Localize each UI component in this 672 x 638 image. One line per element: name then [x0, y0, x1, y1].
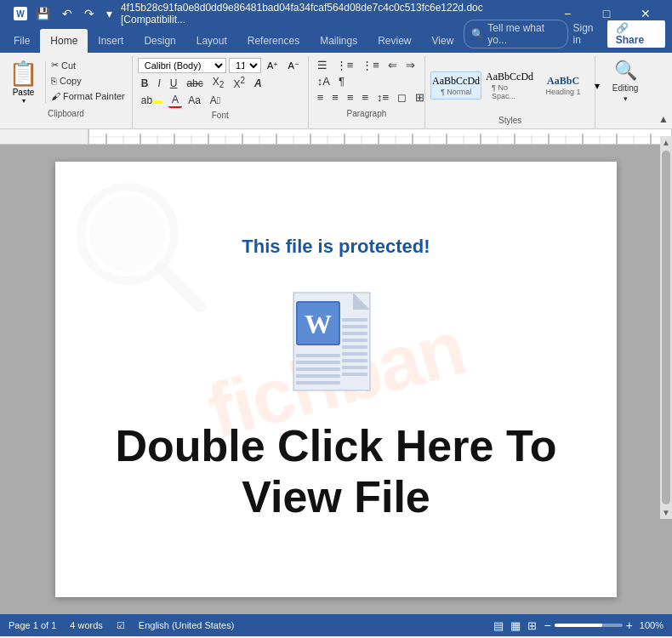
- highlight-color-button[interactable]: ab▬: [138, 94, 166, 107]
- vertical-scrollbar[interactable]: ▲ ▼: [660, 145, 672, 519]
- save-quick-btn[interactable]: 💾: [32, 5, 54, 22]
- grow-font-button[interactable]: A⁺: [264, 60, 282, 72]
- page-status: Page 1 of 1: [9, 620, 56, 630]
- print-view-button[interactable]: ▦: [510, 619, 521, 632]
- ribbon-content: 📋 Paste ▾ ✂ Cut ⎘ Copy 🖌 Format Painter: [0, 53, 672, 129]
- style-heading1[interactable]: AaBbC Heading 1: [538, 71, 589, 100]
- copy-button[interactable]: ⎘ Copy: [48, 74, 128, 88]
- svg-rect-52: [296, 354, 340, 357]
- tab-layout[interactable]: Layout: [186, 29, 237, 53]
- align-left-button[interactable]: ≡: [314, 90, 327, 105]
- paste-button[interactable]: 📋 Paste ▾: [3, 58, 43, 106]
- tab-review[interactable]: Review: [367, 29, 421, 53]
- svg-rect-40: [342, 318, 367, 322]
- style-nospace[interactable]: AaBbCcDd ¶ No Spac...: [484, 67, 535, 104]
- svg-rect-45: [342, 352, 367, 356]
- word-count: 4 words: [70, 620, 103, 630]
- paste-icon: 📋: [9, 60, 38, 88]
- align-right-button[interactable]: ≡: [344, 90, 357, 105]
- style-nospace-preview: AaBbCcDd: [486, 71, 533, 83]
- underline-button[interactable]: U: [167, 77, 181, 90]
- ribbon-collapse-button[interactable]: ▲: [655, 56, 672, 128]
- svg-rect-53: [296, 361, 340, 364]
- italic-button[interactable]: I: [154, 77, 163, 90]
- format-painter-icon: 🖌: [51, 91, 60, 101]
- search-icon: 🔍: [471, 28, 484, 40]
- styles-group: AaBbCcDd ¶ Normal AaBbCcDd ¶ No Spac... …: [425, 56, 595, 128]
- customize-quick-btn[interactable]: ▾: [103, 5, 116, 22]
- multilevel-button[interactable]: ⋮≡: [358, 58, 383, 72]
- align-center-button[interactable]: ≡: [328, 90, 342, 105]
- cut-button[interactable]: ✂ Cut: [48, 58, 128, 72]
- svg-rect-55: [296, 374, 340, 378]
- format-painter-button[interactable]: 🖌 Format Painter: [48, 89, 128, 103]
- redo-quick-btn[interactable]: ↷: [81, 5, 98, 22]
- zoom-slider-fill: [555, 624, 602, 627]
- clipboard-group: 📋 Paste ▾ ✂ Cut ⎘ Copy 🖌 Format Painter: [0, 56, 133, 128]
- word-file-icon: W: [281, 276, 391, 403]
- tab-view[interactable]: View: [422, 29, 464, 53]
- svg-rect-46: [342, 359, 367, 362]
- svg-rect-48: [342, 373, 367, 376]
- increase-indent-button[interactable]: ⇒: [402, 58, 419, 72]
- decrease-indent-button[interactable]: ⇐: [384, 58, 401, 72]
- zoom-in-button[interactable]: +: [626, 618, 633, 632]
- justify-button[interactable]: ≡: [359, 90, 373, 105]
- web-view-button[interactable]: ⊞: [527, 619, 537, 632]
- ruler-inner: [88, 129, 672, 145]
- svg-text:W: W: [305, 309, 332, 339]
- status-right: ▤ ▦ ⊞ − + 100%: [493, 618, 663, 632]
- tab-design[interactable]: Design: [134, 29, 185, 53]
- tab-file[interactable]: File: [3, 29, 40, 53]
- tab-insert[interactable]: Insert: [88, 29, 134, 53]
- bullets-button[interactable]: ☰: [314, 58, 331, 72]
- spell-check-icon[interactable]: ☑: [117, 620, 125, 631]
- word-icon-container: W: [276, 271, 396, 407]
- change-case-button[interactable]: Aa: [185, 94, 204, 107]
- font-group: Calibri (Body) 11 A⁺ A⁻ B I U abc X2 X2 …: [133, 56, 309, 128]
- document-page[interactable]: fichban This file is protected!: [55, 162, 617, 597]
- font-size-select[interactable]: 11: [229, 58, 261, 73]
- font-group-label: Font: [138, 108, 303, 122]
- style-normal[interactable]: AaBbCcDd ¶ Normal: [430, 71, 481, 100]
- word-app-icon: W: [14, 7, 27, 20]
- tell-me-label: Tell me what yo...: [487, 22, 560, 46]
- status-bar: Page 1 of 1 4 words ☑ English (United St…: [0, 614, 672, 636]
- language-status: English (United States): [139, 620, 235, 630]
- editing-button[interactable]: 🔍 Editing ▾: [607, 58, 644, 105]
- text-effects-button[interactable]: A: [251, 77, 265, 90]
- tell-me-input[interactable]: 🔍 Tell me what yo...: [464, 20, 567, 48]
- tab-home[interactable]: Home: [40, 29, 88, 53]
- numbering-button[interactable]: ⋮≡: [333, 58, 357, 72]
- svg-rect-56: [296, 381, 340, 385]
- sign-in-button[interactable]: Sign in: [573, 22, 602, 46]
- font-color-button[interactable]: A: [168, 93, 182, 108]
- zoom-out-button[interactable]: −: [544, 618, 550, 632]
- strikethrough-button[interactable]: abc: [183, 77, 206, 90]
- svg-rect-44: [342, 345, 367, 349]
- show-hide-button[interactable]: ¶: [335, 74, 348, 88]
- tab-mailings[interactable]: Mailings: [310, 29, 367, 53]
- bold-button[interactable]: B: [138, 77, 152, 90]
- tab-references[interactable]: References: [237, 29, 310, 53]
- svg-rect-43: [342, 339, 367, 342]
- zoom-slider[interactable]: [555, 624, 623, 627]
- subscript-button[interactable]: X2: [209, 75, 228, 90]
- clear-formatting-button[interactable]: A⃝: [207, 94, 224, 107]
- copy-icon: ⎘: [51, 76, 57, 86]
- read-view-button[interactable]: ▤: [493, 619, 504, 632]
- shrink-font-button[interactable]: A⁻: [284, 60, 302, 72]
- sort-button[interactable]: ↕A: [314, 74, 333, 88]
- undo-quick-btn[interactable]: ↶: [59, 5, 76, 22]
- font-name-select[interactable]: Calibri (Body): [138, 58, 226, 73]
- svg-rect-42: [342, 332, 367, 335]
- superscript-button[interactable]: X2: [230, 75, 248, 91]
- line-spacing-button[interactable]: ↕≡: [373, 90, 392, 105]
- paragraph-group: ☰ ⋮≡ ⋮≡ ⇐ ⇒ ↕A ¶ ≡ ≡ ≡ ≡ ↕≡ ◻ ⊞ Paragrap…: [309, 56, 425, 128]
- double-click-text[interactable]: Double Click Here ToView File: [115, 421, 556, 523]
- protected-text: This file is protected!: [242, 236, 430, 258]
- share-button[interactable]: 🔗 Share: [607, 20, 665, 48]
- clipboard-label: Clipboard: [3, 106, 128, 120]
- document-area: ▲ ▼ fichban This file is protected!: [0, 145, 672, 614]
- shading-button[interactable]: ◻: [394, 90, 410, 105]
